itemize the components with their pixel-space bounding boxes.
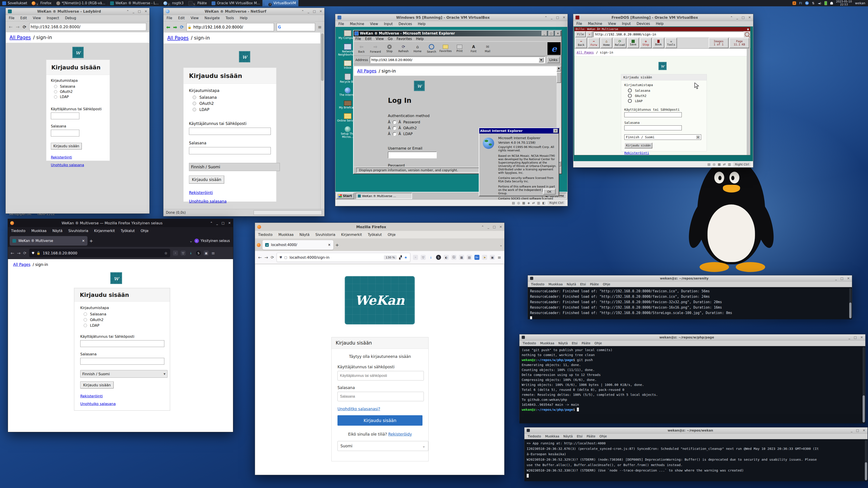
netsurf-menubar[interactable]: File Edit View Navigate Tools Help bbox=[163, 15, 324, 22]
firefox-navbar[interactable]: ← → ⟳ ⛊ ▢ localhost:4000/sign-in 130 % ▞… bbox=[255, 251, 504, 264]
reader-mode-icon[interactable]: ▞ bbox=[399, 255, 402, 260]
maximize-button[interactable]: □ bbox=[313, 9, 316, 13]
reload-icon[interactable]: ⟳ bbox=[271, 255, 274, 260]
bookmark-star-icon[interactable]: ☆ bbox=[164, 251, 167, 255]
shield-extension-icon[interactable]: ▽ bbox=[181, 251, 186, 256]
new-tab-button[interactable]: + bbox=[89, 238, 93, 243]
menu-edit[interactable]: Edit bbox=[20, 16, 27, 20]
menu-muokkaa[interactable]: Muokkaa bbox=[540, 341, 554, 345]
terminal-wekan-window[interactable]: wekan@z: ~/repos/wekan _□✕ Tiedosto Muok… bbox=[524, 427, 868, 479]
dillo-titlebar[interactable]: Dillo: WeKan Â® Multiverse ▣ bbox=[575, 27, 750, 31]
menu-sivuhistoria[interactable]: Sivuhistoria bbox=[68, 229, 88, 233]
username-input[interactable] bbox=[80, 340, 164, 347]
menu-nayta[interactable]: Näytä bbox=[53, 229, 62, 233]
url-bar[interactable]: http://192.168.0.20:8000/ bbox=[29, 23, 146, 31]
scrollbar[interactable] bbox=[849, 288, 851, 318]
password-input[interactable] bbox=[51, 130, 79, 136]
container-icon[interactable]: ▣ bbox=[490, 255, 495, 260]
taskbar-button-gimp[interactable]: *[Nimetön]-1.0 (RGB-vä... bbox=[54, 0, 108, 6]
stop-button[interactable]: ⊗Stop bbox=[640, 38, 652, 48]
terminal-serenity-window[interactable]: wekan@z: ~/repos/serenity _□✕ Tiedosto M… bbox=[528, 275, 852, 317]
menu-view[interactable]: View bbox=[376, 37, 384, 41]
minimize-button[interactable]: _ bbox=[851, 429, 852, 432]
firefox-menubar[interactable]: Tiedosto Muokkaa Näytä Sivuhistoria Kirj… bbox=[255, 231, 504, 239]
back-icon[interactable]: ← bbox=[11, 251, 14, 256]
terminal-output[interactable]: (use "git push" to publish your local co… bbox=[520, 346, 865, 423]
taskbar-task-button[interactable]: WeKan ® Multiverse ... bbox=[355, 193, 412, 199]
vm-menubar[interactable]: File Machine View Input Devices Help bbox=[573, 21, 753, 27]
menu-tiedosto[interactable]: Tiedosto bbox=[523, 341, 536, 345]
menu-list-icon[interactable]: ≡ bbox=[318, 24, 322, 30]
signin-button[interactable]: Kirjaudu sisään bbox=[338, 415, 423, 426]
radio-ldap[interactable] bbox=[628, 99, 632, 103]
menu-ohje[interactable]: Ohje bbox=[594, 341, 602, 345]
menu-machine[interactable]: Machine bbox=[350, 22, 364, 26]
forward-icon[interactable]: ➡ bbox=[173, 24, 177, 30]
register-link[interactable]: Rekisteröinti bbox=[51, 156, 72, 160]
radio-salasana[interactable] bbox=[54, 85, 57, 88]
username-input[interactable] bbox=[189, 128, 271, 135]
close-button[interactable]: ✕ bbox=[748, 15, 751, 19]
page-info-icon[interactable]: ▢ bbox=[284, 256, 287, 259]
radio-oauth2[interactable] bbox=[193, 102, 196, 105]
shade-button[interactable]: ⌃ bbox=[730, 15, 733, 19]
close-button[interactable]: ✕ bbox=[319, 9, 322, 13]
minimize-button[interactable]: _ bbox=[848, 335, 850, 339]
menu-nayta[interactable]: Näytä bbox=[558, 341, 567, 345]
menu-input[interactable]: Input bbox=[384, 22, 393, 26]
minimize-button[interactable]: _ bbox=[308, 9, 309, 13]
close-button[interactable]: ✕ bbox=[555, 31, 561, 36]
signin-button[interactable]: Kirjaudu sisään bbox=[189, 175, 224, 184]
keyboard-layout-indicator[interactable]: FI bbox=[799, 1, 802, 5]
extension-icon[interactable]: ◐ bbox=[444, 255, 449, 260]
ok-button[interactable]: OK bbox=[543, 189, 556, 195]
select-dropdown-icon[interactable]: ▼ bbox=[696, 136, 700, 139]
signin-button[interactable]: Kirjaudu sisään bbox=[51, 143, 82, 150]
extension-s-icon[interactable]: S bbox=[196, 251, 201, 256]
menu-tyokalut[interactable]: Työkalut bbox=[368, 233, 382, 237]
hamburger-menu-icon[interactable]: ≡ bbox=[211, 251, 215, 256]
hamburger-menu-icon[interactable]: ≡ bbox=[498, 255, 501, 260]
register-link[interactable]: Rekisteröinti bbox=[624, 151, 649, 155]
start-button[interactable]: Start bbox=[336, 193, 354, 199]
reload-button[interactable]: ⟳Reload bbox=[613, 38, 626, 48]
breadcrumb-all-pages-link[interactable]: All Pages bbox=[13, 262, 31, 267]
back-icon[interactable]: ← bbox=[9, 24, 13, 30]
url-bar[interactable]: ⛊ 🔓 192.168.0.20:8000 ☆ bbox=[29, 249, 170, 257]
address-bar[interactable]: http://192.168.0.20:8000/ ▼ bbox=[370, 57, 545, 63]
menu-nayta[interactable]: Näytä bbox=[300, 233, 309, 237]
menu-ohje[interactable]: Ohje bbox=[599, 434, 607, 438]
download-icon[interactable]: ↓ bbox=[428, 255, 433, 260]
radio-oauth2[interactable] bbox=[54, 90, 57, 93]
language-select[interactable]: Finnish / Suomi ▼ bbox=[80, 370, 167, 378]
save-button[interactable]: Save bbox=[627, 38, 639, 48]
toolbar-stop-button[interactable]: ✕Stop bbox=[382, 42, 397, 55]
close-button[interactable]: ▣ bbox=[747, 28, 749, 31]
menu-muokkaa[interactable]: Muokkaa bbox=[548, 283, 563, 286]
radio-salasana[interactable] bbox=[84, 313, 87, 316]
extension-puzzle-icon[interactable]: ▦ bbox=[459, 255, 464, 260]
firefox-titlebar[interactable]: WeKan ® Multiverse — Mozilla Firefox Yks… bbox=[8, 219, 233, 227]
minimize-button[interactable]: _ bbox=[133, 9, 134, 13]
tab-close-icon[interactable]: ✕ bbox=[82, 239, 85, 243]
maximize-button[interactable]: □ bbox=[138, 9, 141, 13]
reload-icon[interactable]: ⟳ bbox=[23, 24, 26, 29]
terminal-titlebar[interactable]: wekan@z: ~/repos/wekan _□✕ bbox=[524, 427, 868, 433]
ladybird-window[interactable]: WeKan ® Multiverse - Ladybird ⌃_□✕ File … bbox=[5, 8, 150, 214]
dillo-window[interactable]: Dillo: WeKan Â® Multiverse ▣ File ✕ http… bbox=[574, 27, 750, 155]
maximize-button[interactable]: □ bbox=[221, 221, 224, 225]
menu-nayta[interactable]: Näytä bbox=[567, 283, 576, 286]
minimize-button[interactable]: _ bbox=[551, 15, 553, 19]
battery-icon[interactable] bbox=[825, 1, 827, 5]
close-button[interactable]: ✕ bbox=[228, 221, 231, 225]
forward-icon[interactable]: → bbox=[17, 251, 21, 256]
taskbar-button-virtualboxvm[interactable]: 2 VirtualBoxVM bbox=[262, 0, 298, 6]
taskbar-button-terminal[interactable]: 5 Pääte bbox=[186, 0, 209, 6]
toolbar-back-button[interactable]: ⇦Back bbox=[354, 42, 368, 55]
toolbar-font-button[interactable]: AFont bbox=[467, 42, 480, 55]
menu-tiedosto[interactable]: Tiedosto bbox=[531, 283, 544, 286]
maximize-button[interactable]: □ bbox=[840, 276, 843, 280]
menu-etsi[interactable]: Etsi bbox=[572, 341, 578, 345]
scrollbar[interactable] bbox=[320, 33, 324, 209]
password-input[interactable] bbox=[624, 125, 682, 130]
